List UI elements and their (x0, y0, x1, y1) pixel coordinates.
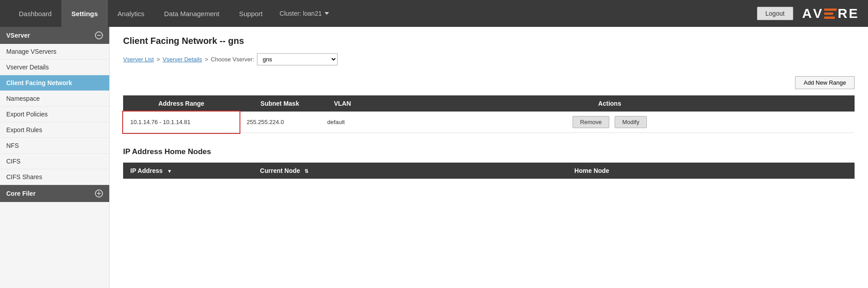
content-area: Client Facing Network -- gns Vserver Lis… (110, 27, 868, 288)
core-filer-expand-icon[interactable]: + (95, 189, 103, 198)
col-ip-address: IP Address ▼ (123, 163, 239, 179)
vserver-dropdown[interactable]: gns (257, 53, 338, 65)
col-current-node: Current Node ⇅ (239, 163, 329, 179)
col-actions: Actions (365, 95, 855, 112)
sidebar-item-nfs[interactable]: NFS (0, 138, 109, 154)
vserver-select-container: Choose Vserver: gns (211, 53, 338, 65)
tab-settings[interactable]: Settings (61, 0, 107, 27)
vserver-collapse-icon[interactable]: − (95, 31, 103, 39)
tab-data-management[interactable]: Data Management (154, 0, 229, 27)
ip-section-title: IP Address Home Nodes (123, 147, 855, 156)
modify-button[interactable]: Modify (615, 116, 647, 128)
vserver-label: VServer (6, 32, 30, 39)
cluster-dropdown-arrow (325, 12, 329, 15)
sidebar-item-vserver-details[interactable]: Vserver Details (0, 60, 109, 75)
cell-vlan: default (320, 112, 365, 133)
logout-button[interactable]: Logout (757, 7, 793, 20)
tab-analytics[interactable]: Analytics (108, 0, 154, 27)
col-home-node: Home Node (329, 163, 855, 179)
vserver-section-header: VServer − (0, 27, 109, 44)
add-range-container: Add New Range (123, 76, 855, 95)
sidebar: VServer − Manage VServers Vserver Detail… (0, 27, 110, 288)
core-filer-label: Core Filer (6, 190, 35, 197)
main-layout: VServer − Manage VServers Vserver Detail… (0, 27, 868, 288)
current-node-sort-icon[interactable]: ⇅ (304, 168, 308, 174)
table-row: 10.1.14.76 - 10.1.14.81 255.255.224.0 de… (123, 112, 855, 133)
sidebar-item-client-facing-network[interactable]: Client Facing Network (0, 75, 109, 91)
cluster-selector[interactable]: Cluster: loan21 (273, 10, 336, 17)
top-bar-right: Logout A V R E (757, 6, 859, 21)
sidebar-item-namespace[interactable]: Namespace (0, 91, 109, 107)
logo-text-r: R (838, 6, 849, 21)
breadcrumb-sep1: > (157, 56, 160, 63)
col-address-range: Address Range (123, 95, 239, 112)
tab-dashboard[interactable]: Dashboard (9, 0, 61, 27)
cell-actions: Remove Modify (365, 112, 855, 133)
col-subnet-mask: Subnet Mask (239, 95, 320, 112)
breadcrumb-sep2: > (205, 56, 208, 63)
remove-button[interactable]: Remove (573, 116, 609, 128)
breadcrumb-vserver-list[interactable]: Vserver List (123, 56, 154, 63)
cluster-label: Cluster: loan21 (280, 10, 322, 17)
sidebar-item-cifs-shares[interactable]: CIFS Shares (0, 169, 109, 185)
ip-sort-icon[interactable]: ▼ (167, 168, 172, 174)
cell-address-range: 10.1.14.76 - 10.1.14.81 (123, 112, 239, 133)
breadcrumb-vserver-details[interactable]: Vserver Details (162, 56, 202, 63)
avere-logo: A V R E (802, 6, 859, 21)
sidebar-item-cifs[interactable]: CIFS (0, 154, 109, 169)
nav-tabs: Dashboard Settings Analytics Data Manage… (9, 0, 336, 27)
col-vlan: VLAN (320, 95, 365, 112)
sidebar-item-export-rules[interactable]: Export Rules (0, 122, 109, 138)
logo-accent-bars (824, 9, 837, 19)
top-bar: Dashboard Settings Analytics Data Manage… (0, 0, 868, 27)
sidebar-item-manage-vservers[interactable]: Manage VServers (0, 44, 109, 60)
core-filer-section-header: Core Filer + (0, 185, 109, 202)
logo-text-e: E (849, 6, 859, 21)
tab-support[interactable]: Support (229, 0, 273, 27)
address-range-table: Address Range Subnet Mask VLAN Actions 1… (123, 95, 855, 133)
cell-subnet-mask: 255.255.224.0 (239, 112, 320, 133)
logo-text-v: V (813, 6, 823, 21)
ip-address-table: IP Address ▼ Current Node ⇅ Home Node (123, 163, 855, 179)
page-title: Client Facing Network -- gns (123, 36, 855, 46)
logo-text-a: A (802, 6, 813, 21)
add-new-range-button[interactable]: Add New Range (795, 76, 855, 89)
choose-vserver-label: Choose Vserver: (211, 56, 254, 63)
sidebar-item-export-policies[interactable]: Export Policies (0, 107, 109, 122)
breadcrumb: Vserver List > Vserver Details > Choose … (123, 53, 855, 65)
